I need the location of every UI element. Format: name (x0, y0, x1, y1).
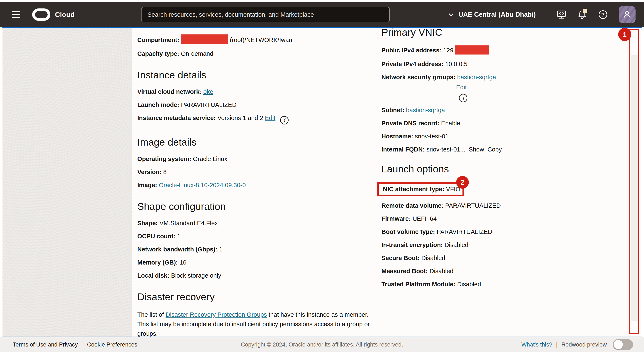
field-private-ipv4: Private IPv4 address: 10.0.0.5 (382, 60, 629, 68)
image-link[interactable]: Oracle-Linux-8.10-2024.09.30-0 (159, 182, 246, 188)
section-title-shape-configuration: Shape configuration (137, 200, 376, 212)
info-icon[interactable]: i (459, 94, 467, 102)
field-boot-volume-type: Boot volume type: PARAVIRTUALIZED (382, 228, 629, 235)
footer-divider: | (556, 342, 558, 348)
nsg-edit-link[interactable]: Edit (456, 84, 467, 91)
region-selector[interactable]: UAE Central (Abu Dhabi) (448, 11, 536, 18)
field-trusted-platform-module: Trusted Platform Module: Disabled (382, 281, 629, 288)
search-input[interactable] (141, 7, 390, 22)
metadata-edit-link[interactable]: Edit (265, 115, 276, 121)
field-capacity-type: Capacity type: On-demand (137, 50, 376, 57)
info-icon[interactable]: i (280, 116, 288, 124)
region-label: UAE Central (Abu Dhabi) (458, 11, 536, 18)
field-in-transit-encryption: In-transit encryption: Disabled (382, 241, 629, 248)
section-title-disaster-recovery: Disaster recovery (137, 291, 376, 303)
fqdn-copy-link[interactable]: Copy (488, 146, 502, 153)
terms-link[interactable]: Terms of Use and Privacy (13, 342, 78, 348)
field-ocpu-count: OCPU count: 1 (137, 233, 376, 240)
field-image: Image: Oracle-Linux-8.10-2024.09.30-0 (137, 181, 376, 189)
background-texture-panel (2, 28, 132, 337)
field-nic-attachment-type: NIC attachment type: VFIO (383, 185, 462, 193)
notifications-bell-icon[interactable] (577, 9, 588, 20)
field-network-bandwidth: Network bandwidth (Gbps): 1 (137, 246, 376, 253)
fqdn-show-link[interactable]: Show (469, 146, 484, 153)
brand-label: Cloud (55, 11, 75, 18)
disaster-recovery-description: The list of Disaster Recovery Protection… (137, 310, 376, 337)
redacted-value (455, 45, 489, 54)
field-memory: Memory (GB): 16 (137, 259, 376, 266)
field-private-dns-record: Private DNS record: Enable (382, 120, 629, 127)
redwood-preview-toggle[interactable] (613, 339, 633, 350)
top-nav-bar: Cloud UAE Central (Abu Dhabi) (0, 2, 644, 27)
person-icon (622, 10, 632, 19)
vertical-scrollbar[interactable] (631, 55, 639, 321)
field-subnet: Subnet: bastion-sqrtga (382, 107, 629, 114)
field-hostname: Hostname: sriov-test-01 (382, 133, 629, 140)
field-local-disk: Local disk: Block storage only (137, 272, 376, 279)
nsg-link[interactable]: bastion-sqrtga (457, 74, 496, 80)
field-instance-metadata-service: Instance metadata service: Versions 1 an… (137, 114, 376, 124)
help-icon[interactable]: ? (598, 9, 608, 20)
field-operating-system: Operating system: Oracle Linux (137, 155, 376, 163)
field-internal-fqdn: Internal FQDN: sriov-test-01... Show Cop… (382, 146, 629, 153)
field-measured-boot: Measured Boot: Disabled (382, 267, 629, 275)
user-avatar[interactable] (618, 6, 636, 23)
footer-bar: Copyright © 2024, Oracle and/or its affi… (0, 337, 644, 352)
nsg-info-row: i (459, 92, 629, 102)
redacted-value (181, 34, 228, 44)
subnet-link[interactable]: bastion-sqrtga (406, 107, 445, 113)
annotation-badge-2: 2 (456, 176, 469, 189)
field-firmware: Firmware: UEFI_64 (382, 215, 629, 222)
field-vcn: Virtual cloud network: oke (137, 88, 376, 95)
vcn-link[interactable]: oke (203, 88, 213, 95)
details-left-column: Compartment: (root)/NETWORK/Iwan Capacit… (137, 28, 376, 337)
details-right-column: Primary VNIC Public IPv4 address: 129. P… (382, 28, 629, 337)
field-remote-data-volume: Remote data volume: PARAVIRTUALIZED (382, 202, 629, 209)
main-content-area: Compartment: (root)/NETWORK/Iwan Capacit… (2, 27, 642, 337)
hamburger-menu-icon[interactable] (12, 11, 20, 18)
section-title-launch-options: Launch options (382, 163, 629, 175)
oracle-logo-icon[interactable] (32, 8, 50, 21)
field-network-security-groups: Network security groups: bastion-sqrtga (382, 74, 629, 81)
section-title-image-details: Image details (137, 136, 376, 148)
field-launch-mode: Launch mode: PARAVIRTUALIZED (137, 101, 376, 108)
field-compartment: Compartment: (root)/NETWORK/Iwan (137, 34, 376, 44)
cloud-shell-icon[interactable] (556, 9, 567, 20)
redwood-preview-label: Redwood preview (561, 342, 607, 348)
field-shape: Shape: VM.Standard.E4.Flex (137, 219, 376, 227)
whats-this-link[interactable]: What's this? (521, 342, 552, 348)
section-title-instance-details: Instance details (137, 69, 376, 81)
annotation-rect-nic: NIC attachment type: VFIO 2 (377, 182, 464, 196)
cookie-preferences-link[interactable]: Cookie Preferences (87, 342, 137, 348)
toggle-knob (614, 340, 623, 349)
field-version: Version: 8 (137, 169, 376, 176)
annotation-badge-1: 1 (618, 28, 631, 41)
field-secure-boot: Secure Boot: Disabled (382, 254, 629, 262)
drpg-link[interactable]: Disaster Recovery Protection Groups (166, 311, 267, 318)
chevron-down-icon (448, 11, 455, 18)
section-title-primary-vnic: Primary VNIC (382, 27, 629, 38)
notification-badge (583, 9, 587, 13)
field-public-ipv4: Public IPv4 address: 129. (382, 45, 629, 54)
nsg-edit-row: Edit (456, 84, 629, 91)
